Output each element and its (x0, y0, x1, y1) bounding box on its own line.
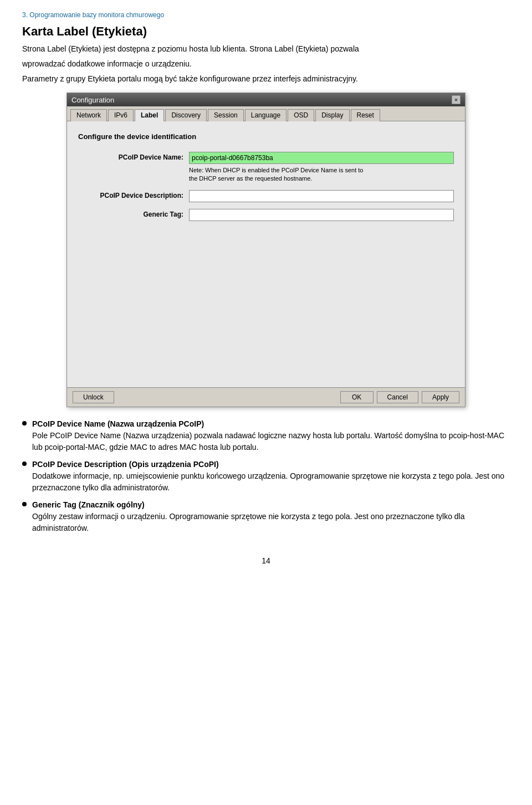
tab-display[interactable]: Display (315, 109, 349, 121)
dialog-body: Configure the device identification PCoI… (67, 121, 465, 387)
bullet-title-2: PCoIP Device Description (Opis urządzeni… (32, 460, 219, 469)
tab-network[interactable]: Network (70, 109, 107, 121)
cancel-button[interactable]: Cancel (377, 391, 418, 403)
apply-button[interactable]: Apply (422, 391, 459, 403)
bullet-text-2: PCoIP Device Description (Opis urządzeni… (32, 459, 510, 494)
field-area-generic-tag (189, 209, 454, 221)
dialog-tabs: Network IPv6 Label Discovery Session Lan… (67, 106, 465, 121)
bullet-item-2: PCoIP Device Description (Opis urządzeni… (22, 459, 510, 494)
bullet-dot-3 (22, 502, 27, 506)
label-device-name: PCoIP Device Name: (78, 152, 189, 161)
form-row-device-description: PCoIP Device Description: (78, 190, 454, 202)
tab-session[interactable]: Session (208, 109, 244, 121)
intro-line2: wprowadzać dodatkowe informacje o urządz… (22, 58, 510, 70)
tab-label[interactable]: Label (135, 109, 164, 121)
bullet-dot-1 (22, 421, 27, 425)
label-device-description: PCoIP Device Description: (78, 190, 189, 199)
bullet-text-1: PCoIP Device Name (Nazwa urządzenia PCoI… (32, 418, 510, 453)
bullet-title-3: Generic Tag (Znacznik ogólny) (32, 500, 145, 509)
bullet-title-1: PCoIP Device Name (Nazwa urządzenia PCoI… (32, 419, 204, 428)
form-row-generic-tag: Generic Tag: (78, 209, 454, 221)
dialog-titlebar: Configuration × (67, 93, 465, 106)
label-generic-tag: Generic Tag: (78, 209, 189, 218)
section-title: Configure the device identification (78, 132, 454, 141)
input-generic-tag[interactable] (189, 209, 454, 221)
bullet-section: PCoIP Device Name (Nazwa urządzenia PCoI… (22, 418, 510, 534)
tab-ipv6[interactable]: IPv6 (108, 109, 134, 121)
tab-discovery[interactable]: Discovery (165, 109, 207, 121)
bullet-item-1: PCoIP Device Name (Nazwa urządzenia PCoI… (22, 418, 510, 453)
tab-reset[interactable]: Reset (351, 109, 380, 121)
tab-language[interactable]: Language (245, 109, 287, 121)
bullet-body-3: Ogólny zestaw informacji o urządzeniu. O… (32, 512, 465, 532)
form-row-device-name: PCoIP Device Name: Nete: When DHCP is en… (78, 152, 454, 183)
field-area-device-name: Nete: When DHCP is enabled the PCoIP Dev… (189, 152, 454, 183)
device-name-note: Nete: When DHCP is enabled the PCoIP Dev… (189, 166, 454, 183)
field-area-device-description (189, 190, 454, 202)
input-device-name[interactable] (189, 152, 454, 164)
dialog-title: Configuration (71, 96, 114, 104)
input-device-description[interactable] (189, 190, 454, 202)
tab-osd[interactable]: OSD (288, 109, 314, 121)
configuration-dialog: Configuration × Network IPv6 Label Disco… (66, 93, 466, 407)
breadcrumb-text: 3. Oprogramowanie bazy monitora chmurowe… (22, 11, 164, 19)
intro-line1: Strona Label (Etykieta) jest dostępna z … (22, 43, 510, 55)
bullet-body-2: Dodatkowe informacje, np. umiejscowienie… (32, 471, 504, 492)
page-title: Karta Label (Etykieta) (22, 24, 510, 39)
page-number: 14 (22, 556, 510, 565)
dialog-close-button[interactable]: × (452, 95, 461, 104)
dialog-footer: Unlock OK Cancel Apply (67, 387, 465, 407)
footer-left-buttons: Unlock (73, 391, 114, 403)
ok-button[interactable]: OK (340, 391, 374, 403)
bullet-item-3: Generic Tag (Znacznik ogólny) Ogólny zes… (22, 499, 510, 534)
bullet-dot-2 (22, 462, 27, 466)
intro-line3: Parametry z grupy Etykieta portalu mogą … (22, 73, 510, 85)
bullet-body-1: Pole PCoIP Device Name (Nazwa urządzenia… (32, 431, 504, 452)
unlock-button[interactable]: Unlock (73, 391, 114, 403)
footer-right-buttons: OK Cancel Apply (340, 391, 459, 403)
breadcrumb: 3. Oprogramowanie bazy monitora chmurowe… (22, 11, 510, 19)
bullet-text-3: Generic Tag (Znacznik ogólny) Ogólny zes… (32, 499, 510, 534)
